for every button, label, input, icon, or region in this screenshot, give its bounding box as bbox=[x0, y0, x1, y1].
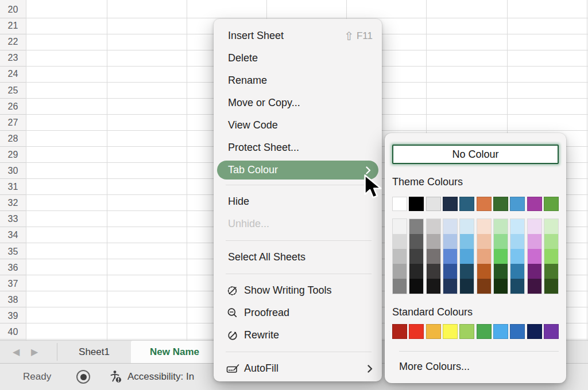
menu-item-protect-sheet[interactable]: Protect Sheet... bbox=[214, 136, 382, 159]
tint-colour-swatch[interactable] bbox=[443, 264, 457, 279]
menu-item-rename[interactable]: Rename bbox=[214, 69, 382, 92]
standard-colour-swatch[interactable] bbox=[409, 324, 424, 339]
tint-colour-swatch[interactable] bbox=[477, 234, 491, 249]
tint-colour-swatch[interactable] bbox=[393, 264, 407, 279]
theme-colour-swatch[interactable] bbox=[544, 197, 559, 211]
tint-colour-swatch[interactable] bbox=[494, 219, 508, 234]
row-header-38[interactable]: 38 bbox=[0, 292, 26, 308]
tint-colour-swatch[interactable] bbox=[460, 279, 474, 294]
tint-colour-swatch[interactable] bbox=[477, 219, 491, 234]
row-header-22[interactable]: 22 bbox=[0, 34, 26, 50]
tint-colour-swatch[interactable] bbox=[409, 219, 423, 234]
menu-item-select-all-sheets[interactable]: Select All Sheets bbox=[214, 246, 382, 268]
row-header-40[interactable]: 40 bbox=[0, 324, 26, 340]
row-header-39[interactable]: 39 bbox=[0, 308, 26, 324]
tint-colour-swatch[interactable] bbox=[477, 249, 491, 264]
tint-colour-swatch[interactable] bbox=[460, 219, 474, 234]
tint-colour-swatch[interactable] bbox=[393, 234, 407, 249]
tint-colour-swatch[interactable] bbox=[427, 264, 440, 279]
tint-colour-swatch[interactable] bbox=[528, 234, 541, 249]
row-header-26[interactable]: 26 bbox=[0, 99, 26, 115]
standard-colour-swatch[interactable] bbox=[392, 324, 407, 339]
tint-colour-swatch[interactable] bbox=[494, 264, 508, 279]
tint-colour-swatch[interactable] bbox=[443, 279, 457, 294]
tint-colour-swatch[interactable] bbox=[494, 249, 508, 264]
row-header-33[interactable]: 33 bbox=[0, 211, 26, 227]
row-header-24[interactable]: 24 bbox=[0, 66, 26, 82]
tint-colour-swatch[interactable] bbox=[409, 264, 423, 279]
menu-item-rewrite[interactable]: Rewrite bbox=[214, 324, 382, 346]
standard-colour-swatch[interactable] bbox=[443, 324, 458, 339]
menu-item-show-writing-tools[interactable]: Show Writing Tools bbox=[214, 279, 382, 302]
row-header-37[interactable]: 37 bbox=[0, 276, 26, 292]
tint-colour-swatch[interactable] bbox=[528, 279, 541, 294]
tint-colour-swatch[interactable] bbox=[544, 219, 558, 234]
tint-colour-swatch[interactable] bbox=[544, 279, 558, 294]
tint-colour-swatch[interactable] bbox=[393, 249, 407, 264]
tint-colour-swatch[interactable] bbox=[528, 219, 541, 234]
row-header-30[interactable]: 30 bbox=[0, 163, 26, 179]
row-header-25[interactable]: 25 bbox=[0, 83, 26, 99]
record-macro-button[interactable] bbox=[76, 370, 90, 384]
row-header-34[interactable]: 34 bbox=[0, 227, 26, 243]
tint-colour-swatch[interactable] bbox=[460, 234, 474, 249]
tint-colour-swatch[interactable] bbox=[409, 279, 423, 294]
row-header-21[interactable]: 21 bbox=[0, 18, 26, 34]
standard-colour-swatch[interactable] bbox=[510, 324, 525, 339]
tint-colour-swatch[interactable] bbox=[494, 234, 508, 249]
theme-colour-swatch[interactable] bbox=[409, 197, 424, 211]
row-header-35[interactable]: 35 bbox=[0, 244, 26, 260]
tint-colour-swatch[interactable] bbox=[393, 279, 407, 294]
row-header-31[interactable]: 31 bbox=[0, 179, 26, 195]
tint-colour-swatch[interactable] bbox=[427, 234, 440, 249]
row-header-36[interactable]: 36 bbox=[0, 260, 26, 276]
row-header-28[interactable]: 28 bbox=[0, 131, 26, 147]
tint-colour-swatch[interactable] bbox=[443, 234, 457, 249]
theme-colour-swatch[interactable] bbox=[392, 197, 407, 211]
tint-colour-swatch[interactable] bbox=[393, 219, 407, 234]
tint-colour-swatch[interactable] bbox=[510, 264, 524, 279]
tint-colour-swatch[interactable] bbox=[510, 219, 524, 234]
tint-colour-swatch[interactable] bbox=[427, 279, 440, 294]
tint-colour-swatch[interactable] bbox=[460, 264, 474, 279]
tint-colour-swatch[interactable] bbox=[477, 279, 491, 294]
tint-colour-swatch[interactable] bbox=[443, 219, 457, 234]
tint-colour-swatch[interactable] bbox=[510, 279, 524, 294]
no-colour-button[interactable]: No Colour bbox=[392, 145, 559, 164]
menu-item-move-or-copy[interactable]: Move or Copy... bbox=[214, 92, 382, 114]
sheet-tab-sheet1[interactable]: Sheet1 bbox=[57, 341, 131, 363]
tint-colour-swatch[interactable] bbox=[510, 249, 524, 264]
tint-colour-swatch[interactable] bbox=[528, 264, 541, 279]
standard-colour-swatch[interactable] bbox=[544, 324, 559, 339]
theme-colour-swatch[interactable] bbox=[426, 197, 441, 211]
sheet-tab-new-name[interactable]: New Name bbox=[131, 341, 218, 364]
standard-colour-swatch[interactable] bbox=[459, 324, 474, 339]
theme-colour-swatch[interactable] bbox=[527, 197, 542, 211]
scroll-tabs-left-icon[interactable]: ◀ bbox=[13, 341, 20, 363]
row-header-32[interactable]: 32 bbox=[0, 195, 26, 211]
menu-item-hide[interactable]: Hide bbox=[214, 190, 382, 213]
tint-colour-swatch[interactable] bbox=[494, 279, 508, 294]
menu-item-proofread[interactable]: Proofread bbox=[214, 302, 382, 324]
menu-item-tab-colour[interactable]: Tab Colour bbox=[217, 161, 378, 180]
more-colours-item[interactable]: More Colours... bbox=[392, 358, 559, 375]
menu-item-view-code[interactable]: View Code bbox=[214, 114, 382, 136]
theme-colour-swatch[interactable] bbox=[443, 197, 458, 211]
row-header-27[interactable]: 27 bbox=[0, 115, 26, 131]
menu-item-unhide[interactable]: Unhide... bbox=[214, 213, 382, 235]
theme-colour-swatch[interactable] bbox=[493, 197, 508, 211]
theme-colour-swatch[interactable] bbox=[510, 197, 525, 211]
menu-item-delete[interactable]: Delete bbox=[214, 47, 382, 69]
standard-colour-swatch[interactable] bbox=[493, 324, 508, 339]
row-header-20[interactable]: 20 bbox=[0, 2, 26, 18]
row-header-29[interactable]: 29 bbox=[0, 147, 26, 163]
tint-colour-swatch[interactable] bbox=[460, 249, 474, 264]
tint-colour-swatch[interactable] bbox=[427, 219, 440, 234]
menu-item-autofill[interactable]: AutoFill bbox=[214, 357, 382, 380]
tint-colour-swatch[interactable] bbox=[409, 234, 423, 249]
tint-colour-swatch[interactable] bbox=[544, 264, 558, 279]
row-header-23[interactable]: 23 bbox=[0, 50, 26, 66]
tint-colour-swatch[interactable] bbox=[544, 234, 558, 249]
tint-colour-swatch[interactable] bbox=[528, 249, 541, 264]
tint-colour-swatch[interactable] bbox=[544, 249, 558, 264]
